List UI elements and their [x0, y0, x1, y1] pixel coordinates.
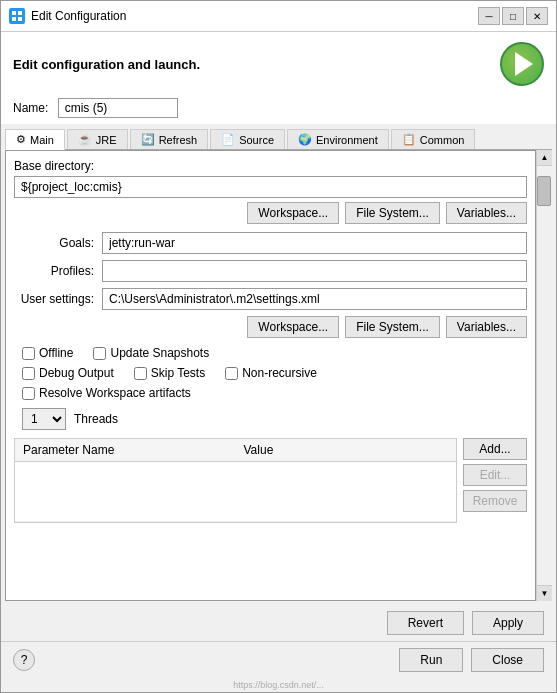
scroll-spacer	[14, 531, 527, 539]
name-row: Name:	[1, 92, 556, 125]
tab-source-icon: 📄	[221, 133, 235, 146]
checkbox-row-1: Offline Update Snapshots	[14, 346, 527, 360]
help-area: ?	[13, 649, 35, 671]
variables-button-1[interactable]: Variables...	[446, 202, 527, 224]
profiles-input[interactable]	[102, 260, 527, 282]
workspace-button-2[interactable]: Workspace...	[247, 316, 339, 338]
user-settings-row: User settings:	[14, 288, 527, 310]
threads-select[interactable]: 1 2 4 8	[22, 408, 66, 430]
tab-bar: ⚙ Main ☕ JRE 🔄 Refresh 📄 Source 🌍 Enviro…	[1, 125, 556, 150]
tab-source[interactable]: 📄 Source	[210, 129, 285, 149]
revert-button[interactable]: Revert	[387, 611, 464, 635]
tab-main-label: Main	[30, 134, 54, 146]
bottom-action-bar: Revert Apply	[1, 605, 556, 641]
file-system-button-1[interactable]: File System...	[345, 202, 440, 224]
remove-button[interactable]: Remove	[463, 490, 527, 512]
title-bar: Edit Configuration ─ □ ✕	[1, 1, 556, 32]
minimize-button[interactable]: ─	[478, 7, 500, 25]
content-panel: Base directory: Workspace... File System…	[5, 150, 536, 601]
threads-row: 1 2 4 8 Threads	[14, 408, 527, 430]
scroll-up-button[interactable]: ▲	[537, 150, 552, 166]
base-dir-input[interactable]	[14, 176, 527, 198]
tab-main[interactable]: ⚙ Main	[5, 129, 65, 150]
content-area: Base directory: Workspace... File System…	[1, 150, 556, 605]
user-settings-input[interactable]	[102, 288, 527, 310]
tab-refresh[interactable]: 🔄 Refresh	[130, 129, 209, 149]
profiles-row: Profiles:	[14, 260, 527, 282]
profiles-label: Profiles:	[14, 264, 94, 278]
window-title: Edit Configuration	[31, 9, 472, 23]
checkbox-row-2: Debug Output Skip Tests Non-recursive	[14, 366, 527, 380]
launch-button[interactable]	[500, 42, 544, 86]
maximize-button[interactable]: □	[502, 7, 524, 25]
parameter-table: Parameter Name Value	[15, 439, 456, 522]
offline-checkbox[interactable]: Offline	[22, 346, 73, 360]
tab-jre-label: JRE	[96, 134, 117, 146]
dir-button-row: Workspace... File System... Variables...	[14, 202, 527, 224]
name-input[interactable]	[58, 98, 178, 118]
tab-refresh-icon: 🔄	[141, 133, 155, 146]
tab-common-label: Common	[420, 134, 465, 146]
edit-button[interactable]: Edit...	[463, 464, 527, 486]
tab-environment-icon: 🌍	[298, 133, 312, 146]
name-label: Name:	[13, 101, 48, 115]
run-button[interactable]: Run	[399, 648, 463, 672]
resolve-workspace-checkbox[interactable]: Resolve Workspace artifacts	[22, 386, 191, 400]
parameter-table-section: Parameter Name Value	[14, 438, 527, 523]
debug-output-checkbox[interactable]: Debug Output	[22, 366, 114, 380]
user-settings-label: User settings:	[14, 292, 94, 306]
tab-environment-label: Environment	[316, 134, 378, 146]
play-icon	[515, 52, 533, 76]
parameter-table-wrapper: Parameter Name Value	[14, 438, 457, 523]
tab-environment[interactable]: 🌍 Environment	[287, 129, 389, 149]
base-dir-section: Base directory:	[14, 159, 527, 198]
main-window: Edit Configuration ─ □ ✕ Edit configurat…	[0, 0, 557, 693]
tab-common-icon: 📋	[402, 133, 416, 146]
parameter-table-body	[15, 462, 456, 522]
tab-jre[interactable]: ☕ JRE	[67, 129, 128, 149]
watermark: https://blog.csdn.net/...	[1, 678, 556, 692]
scroll-track[interactable]	[537, 166, 552, 585]
checkbox-row-3: Resolve Workspace artifacts	[14, 386, 527, 400]
svg-rect-1	[18, 11, 22, 15]
file-system-button-2[interactable]: File System...	[345, 316, 440, 338]
add-button[interactable]: Add...	[463, 438, 527, 460]
update-snapshots-checkbox[interactable]: Update Snapshots	[93, 346, 209, 360]
table-button-panel: Add... Edit... Remove	[457, 438, 527, 523]
header-area: Edit configuration and launch.	[1, 32, 556, 92]
scrollable-content[interactable]: Base directory: Workspace... File System…	[6, 151, 535, 600]
scroll-down-button[interactable]: ▼	[537, 585, 552, 601]
tab-refresh-label: Refresh	[159, 134, 198, 146]
tab-jre-icon: ☕	[78, 133, 92, 146]
base-dir-label: Base directory:	[14, 159, 527, 173]
header-subtitle: Edit configuration and launch.	[13, 57, 200, 72]
tab-source-label: Source	[239, 134, 274, 146]
non-recursive-checkbox[interactable]: Non-recursive	[225, 366, 317, 380]
goals-input[interactable]	[102, 232, 527, 254]
variables-button-2[interactable]: Variables...	[446, 316, 527, 338]
svg-rect-3	[18, 17, 22, 21]
tab-main-icon: ⚙	[16, 133, 26, 146]
goals-row: Goals:	[14, 232, 527, 254]
goals-label: Goals:	[14, 236, 94, 250]
scroll-thumb[interactable]	[537, 176, 551, 206]
apply-button[interactable]: Apply	[472, 611, 544, 635]
scrollbar[interactable]: ▲ ▼	[536, 150, 552, 601]
close-button-footer[interactable]: Close	[471, 648, 544, 672]
window-controls: ─ □ ✕	[478, 7, 548, 25]
footer: ? Run Close	[1, 641, 556, 678]
tab-common[interactable]: 📋 Common	[391, 129, 476, 149]
col-header-name: Parameter Name	[15, 439, 236, 462]
svg-rect-2	[12, 17, 16, 21]
empty-row	[15, 462, 456, 522]
threads-label: Threads	[74, 412, 118, 426]
help-button[interactable]: ?	[13, 649, 35, 671]
workspace-button-1[interactable]: Workspace...	[247, 202, 339, 224]
svg-rect-0	[12, 11, 16, 15]
col-header-value: Value	[236, 439, 457, 462]
skip-tests-checkbox[interactable]: Skip Tests	[134, 366, 205, 380]
settings-button-row: Workspace... File System... Variables...	[14, 316, 527, 338]
footer-buttons: Run Close	[399, 648, 544, 672]
close-button[interactable]: ✕	[526, 7, 548, 25]
app-icon	[9, 8, 25, 24]
